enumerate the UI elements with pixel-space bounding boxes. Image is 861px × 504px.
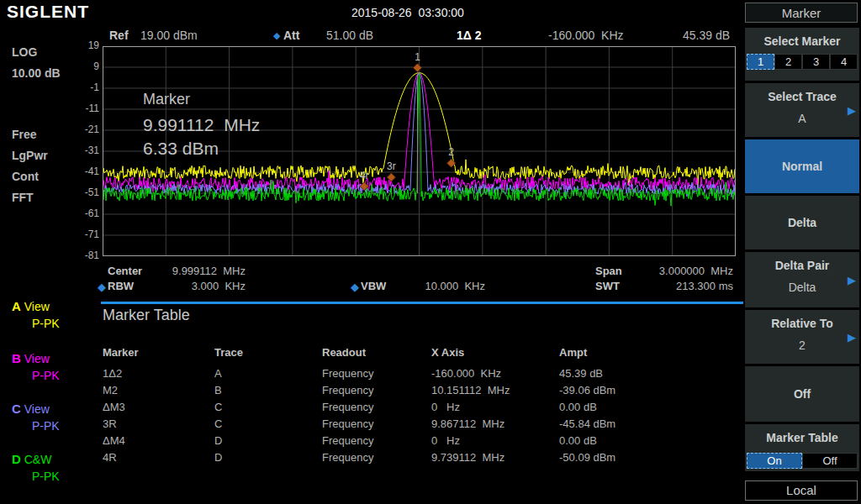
- marker-table-cell: 45.39 dB: [559, 367, 603, 380]
- marker-table-row: 3RCFrequency9.867112 MHz-45.84 dBm: [97, 417, 743, 433]
- trace-detector: P-PK: [32, 315, 60, 332]
- marker-number-selector: 1234: [747, 54, 858, 70]
- vbw-manual-indicator-icon: ◆: [351, 281, 359, 293]
- ref-value: 19.00 dBm: [140, 29, 198, 42]
- col-header-ampt: Ampt: [559, 346, 587, 359]
- marker-table-cell: 0.00 dB: [559, 401, 597, 413]
- marker-diamond-icon: [413, 64, 421, 72]
- marker-table-cell: 0.00 dB: [559, 434, 597, 447]
- marker-table-on-option[interactable]: On: [747, 453, 802, 469]
- trace-detector: P-PK: [32, 468, 60, 485]
- delta-pair-label: Delta Pair: [745, 259, 859, 272]
- select-trace-button[interactable]: Select Trace A ▶: [745, 83, 859, 137]
- local-button[interactable]: Local: [745, 480, 858, 501]
- center-value: 9.999112 MHz: [130, 265, 246, 277]
- menu-title: Marker: [745, 3, 858, 23]
- marker-option-1[interactable]: 1: [747, 54, 774, 70]
- marker-table-cell: 9.739112 MHz: [431, 451, 504, 464]
- marker-label: 2: [448, 146, 454, 158]
- marker-table-cell: A: [214, 367, 222, 380]
- marker-table-cell: Frequency: [322, 401, 373, 413]
- marker-table-cell: Frequency: [322, 451, 373, 464]
- select-marker-label: Select Marker: [745, 34, 859, 48]
- marker-table-toggle-label: Marker Table: [745, 431, 859, 444]
- delta-marker-y-value: 45.39 dB: [683, 29, 730, 42]
- power-mode-label: LgPwr: [12, 149, 48, 162]
- select-marker-button[interactable]: Select Marker 1234: [745, 28, 859, 81]
- col-header-marker: Marker: [103, 346, 139, 359]
- normal-button[interactable]: Normal: [745, 139, 859, 193]
- marker-table-cell: Frequency: [322, 367, 373, 380]
- marker-table-cell: Frequency: [322, 384, 373, 396]
- y-axis-tick-label: -1: [61, 81, 99, 93]
- marker-option-4[interactable]: 4: [830, 54, 858, 70]
- marker-table-cell: -39.06 dBm: [559, 384, 615, 396]
- softkey-menu-panel: Marker Select Marker 1234 Select Trace A…: [743, 0, 861, 504]
- siglent-logo: SIGLENT: [7, 2, 89, 22]
- delta-label: Delta: [788, 216, 816, 229]
- att-manual-indicator-icon: ◆: [273, 30, 280, 41]
- main-display-area: Ref 19.00 dBm ◆ Att 51.00 dB 1Δ 2 -160.0…: [97, 24, 743, 504]
- marker-table-row: ΔM3CFrequency0 Hz0.00 dB: [97, 401, 743, 416]
- att-value: 51.00 dB: [326, 29, 373, 42]
- fft-mode-label: FFT: [12, 191, 34, 204]
- marker-table-off-option[interactable]: Off: [802, 453, 858, 469]
- delta-marker-label: 1Δ 2: [457, 29, 482, 42]
- y-axis-tick-label: -71: [61, 228, 99, 240]
- y-axis-tick-label: -21: [61, 123, 99, 135]
- trace-detector: P-PK: [32, 367, 60, 384]
- marker-readout-title: Marker: [143, 91, 260, 108]
- marker-table-toggle-button[interactable]: Marker Table On Off: [745, 424, 859, 471]
- select-trace-value: A: [745, 112, 859, 125]
- marker-table-cell: -45.84 dBm: [559, 417, 615, 430]
- marker-table-cell: -160.000 KHz: [431, 367, 501, 380]
- marker-option-3[interactable]: 3: [802, 54, 830, 70]
- marker-table-cell: 0 Hz: [431, 434, 460, 447]
- marker-table-cell: 4R: [103, 451, 117, 464]
- rbw-manual-indicator-icon: ◆: [98, 281, 106, 293]
- marker-table-cell: 1Δ2: [103, 367, 122, 380]
- marker-table-cell: D: [214, 434, 222, 447]
- trace-letter: A: [12, 299, 21, 313]
- marker-table-cell: -50.09 dBm: [559, 451, 615, 464]
- y-axis-tick-label: 19: [61, 39, 99, 51]
- submenu-arrow-icon: ▶: [848, 104, 856, 117]
- relative-to-value: 2: [745, 339, 859, 352]
- marker-option-2[interactable]: 2: [774, 54, 802, 70]
- marker-table-cell: 10.151112 MHz: [431, 384, 510, 396]
- col-header-trace: Trace: [214, 346, 243, 359]
- trace-letter: B: [12, 351, 21, 365]
- normal-label: Normal: [782, 160, 822, 173]
- off-button[interactable]: Off: [745, 366, 859, 422]
- marker-label: 3r: [387, 160, 396, 172]
- sweep-mode-label: Cont: [12, 170, 39, 183]
- marker-table-cell: C: [214, 417, 222, 430]
- marker-table-cell: C: [214, 401, 222, 413]
- trace-status-B: B ViewP-PK: [12, 350, 60, 384]
- delta-button[interactable]: Delta: [745, 196, 859, 249]
- marker-readout-overlay: Marker 9.991112 MHz 6.33 dBm: [143, 91, 260, 159]
- vbw-value: 10.000 KHz: [374, 280, 485, 292]
- marker-table-cell: D: [214, 451, 222, 464]
- marker-table-row: 4RDFrequency9.739112 MHz-50.09 dBm: [97, 451, 743, 466]
- marker-table-cell: ΔM3: [103, 401, 125, 413]
- swt-value: 213.300 ms: [601, 280, 733, 292]
- scale-type-label: LOG: [12, 45, 37, 59]
- trace-status-C: C ViewP-PK: [12, 401, 60, 434]
- marker-table-row: ΔM4DFrequency0 Hz0.00 dB: [97, 434, 743, 449]
- marker-table-row: 1Δ2AFrequency-160.000 KHz45.39 dB: [97, 367, 743, 382]
- y-axis-tick-label: -81: [61, 249, 99, 261]
- relative-to-button[interactable]: Relative To 2 ▶: [745, 310, 859, 364]
- col-header-xaxis: X Axis: [431, 346, 464, 359]
- marker-table-cell: ΔM4: [103, 434, 125, 447]
- off-label: Off: [794, 387, 811, 401]
- delta-pair-button[interactable]: Delta Pair Delta ▶: [745, 252, 859, 307]
- delta-pair-value: Delta: [745, 281, 859, 294]
- submenu-arrow-icon: ▶: [848, 331, 856, 344]
- trace-status-A: A ViewP-PK: [12, 298, 60, 332]
- y-axis-tick-label: 9: [61, 60, 99, 72]
- y-axis-tick-label: -11: [61, 102, 99, 114]
- col-header-readout: Readout: [322, 346, 366, 359]
- marker-readout-frequency: 9.991112 MHz: [143, 115, 260, 135]
- trigger-mode-label: Free: [12, 128, 37, 141]
